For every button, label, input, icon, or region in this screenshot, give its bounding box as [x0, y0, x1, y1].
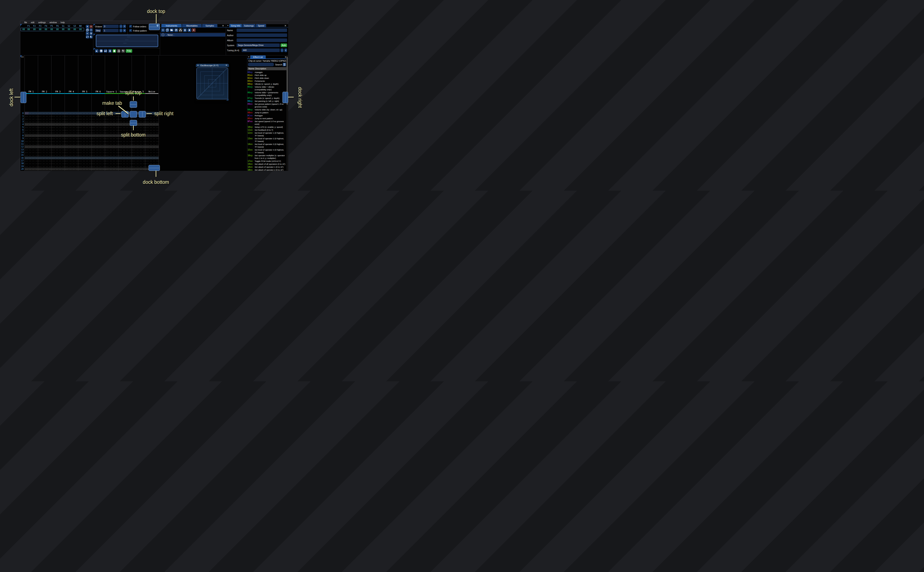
pattern-cell[interactable]: ... .. .. ...: [51, 157, 65, 159]
piano-widget[interactable]: [96, 35, 158, 47]
pattern-cell[interactable]: ... .. .. ...: [25, 159, 39, 162]
pattern-cell[interactable]: ... .. .. ...: [51, 123, 65, 126]
effect-list-row[interactable]: 12xxSet level of operator 1 (0 highest, …: [248, 131, 287, 137]
pattern-cell[interactable]: ... .. .. ...: [65, 134, 79, 137]
pattern-cell[interactable]: ... .. .. ...: [132, 165, 146, 168]
pattern-cell[interactable]: ... .. .. ...: [132, 129, 146, 131]
effect-list-row[interactable]: 0FxxSet speed (speed 2 if no grooves exi…: [248, 120, 287, 126]
pattern-cell[interactable]: ... .. .. ...: [25, 143, 39, 145]
pattern-cell[interactable]: ... .. .. ...: [145, 118, 159, 120]
pattern-cell[interactable]: ... .. .. ...: [145, 131, 159, 134]
pattern-cell[interactable]: ... .. .. ...: [105, 170, 119, 171]
pattern-cell[interactable]: ... .. .. ...: [78, 115, 92, 117]
pattern-cell[interactable]: ... .. .. ...: [25, 115, 39, 117]
pattern-cell[interactable]: ... .. .. ...: [51, 143, 65, 145]
pattern-cell[interactable]: ... .. .. ...: [145, 143, 159, 145]
pattern-cell[interactable]: ... .. .. ...: [92, 129, 106, 131]
pattern-cell[interactable]: ... .. .. ...: [25, 148, 39, 151]
channel-header-fm-6[interactable]: FM 6: [92, 90, 105, 93]
instrument-move-down-button[interactable]: [187, 28, 191, 32]
pattern-cell[interactable]: ... .. .. ...: [25, 120, 39, 123]
pattern-cell[interactable]: ... .. .. ...: [51, 162, 65, 165]
pattern-cell[interactable]: ... .. .. ...: [51, 148, 65, 151]
pattern-cell[interactable]: ... .. .. ...: [78, 162, 92, 165]
tab-subsongs[interactable]: Subsongs: [242, 24, 256, 27]
pattern-cell[interactable]: ... .. .. ...: [145, 134, 159, 137]
pattern-cell[interactable]: ... .. .. ...: [105, 120, 119, 123]
pattern-cell[interactable]: ... .. .. ...: [25, 131, 39, 134]
pattern-cell[interactable]: ... .. .. ...: [105, 157, 119, 159]
tab-samples[interactable]: Samples: [202, 24, 217, 27]
tuning-minus-button[interactable]: -: [280, 48, 284, 52]
instrument-add-button[interactable]: +: [161, 28, 165, 32]
pattern-cell[interactable]: ... .. .. ...: [38, 137, 52, 140]
effect-list-row[interactable]: 0BxxJump to pattern: [248, 111, 287, 114]
transport-repeat-button[interactable]: ↻: [122, 49, 125, 53]
oscilloscope-titlebar[interactable]: ▼ Oscilloscope (X-Y) ✕: [196, 64, 229, 67]
transport-play-row-button[interactable]: ▶: [104, 49, 108, 53]
pattern-cell[interactable]: ... .. .. ...: [105, 145, 119, 148]
effect-list-row[interactable]: 06xyVolume slide + portamento (compatibi…: [248, 91, 287, 96]
pattern-cell[interactable]: ... .. .. ...: [118, 154, 132, 156]
tab-instruments[interactable]: Instruments: [161, 24, 182, 27]
pattern-cell[interactable]: ... .. .. ...: [118, 157, 132, 159]
channel-header-fm-2[interactable]: FM 2: [38, 90, 51, 93]
pattern-cell[interactable]: ... .. .. ...: [105, 118, 119, 120]
pattern-cell[interactable]: ... .. .. ...: [105, 154, 119, 156]
dock-bottom-target[interactable]: [148, 165, 160, 171]
pattern-cell[interactable]: ... .. .. ...: [78, 120, 92, 123]
pattern-cell[interactable]: ... .. .. ...: [65, 162, 79, 165]
effect-list-row[interactable]: 16xySet operator multiplier (x: operator…: [248, 154, 287, 160]
effect-list-row[interactable]: 09xxSet groove pattern (speed 1 if no gr…: [248, 103, 287, 108]
pattern-cell[interactable]: ... .. .. ...: [25, 129, 39, 131]
pattern-cell[interactable]: ... .. .. ...: [118, 170, 132, 171]
song-info-close-icon[interactable]: ✕: [284, 25, 287, 27]
pattern-cell[interactable]: ... .. .. ...: [38, 170, 52, 171]
pattern-cell[interactable]: ... .. .. ...: [105, 126, 119, 129]
pattern-cell[interactable]: ... .. .. ...: [132, 170, 146, 171]
pattern-cell[interactable]: ... .. .. ...: [51, 145, 65, 148]
tuning-field[interactable]: 440: [242, 48, 280, 52]
channel-header-fm-4[interactable]: FM 4: [65, 90, 78, 93]
pattern-cell[interactable]: ... .. .. ...: [145, 140, 159, 143]
pattern-cell[interactable]: ... .. .. ...: [145, 148, 159, 151]
pattern-cell[interactable]: ... .. .. ...: [92, 118, 106, 120]
effect-list-row[interactable]: 0CxxRetrigger: [248, 114, 287, 117]
pattern-cell[interactable]: ... .. .. ...: [78, 126, 92, 129]
orders-cell[interactable]: 00: [26, 28, 31, 31]
split-top-target[interactable]: [130, 101, 137, 108]
pattern-cell[interactable]: ... .. .. ...: [65, 118, 79, 120]
pattern-cell[interactable]: ... .. .. ...: [51, 131, 65, 134]
tab-speed[interactable]: Speed: [256, 24, 266, 27]
orders-move-up-button[interactable]: [90, 28, 93, 32]
pattern-cell[interactable]: ... .. .. ...: [38, 140, 52, 143]
pattern-cell[interactable]: ... .. .. ...: [92, 123, 106, 126]
effect-list-row[interactable]: 07xyTremolo (x: speed; y: depth): [248, 96, 287, 99]
pattern-cell[interactable]: ... .. .. ...: [78, 112, 92, 115]
pattern-cell[interactable]: ... .. .. ...: [65, 154, 79, 156]
instrument-move-up-button[interactable]: [183, 28, 187, 32]
effect-list-row[interactable]: 1AxxSet attack of operator 1 (0 to 1F): [248, 165, 287, 168]
pattern-cell[interactable]: ... .. .. ...: [25, 112, 39, 115]
channel-header-square-1[interactable]: Square 1: [105, 90, 118, 93]
pattern-cell[interactable]: ... .. .. ...: [65, 148, 79, 151]
pattern-cell[interactable]: ... .. .. ...: [65, 129, 79, 131]
make-tab-target[interactable]: [130, 111, 137, 118]
pattern-corner-label[interactable]: ++: [21, 56, 23, 58]
pattern-cell[interactable]: ... .. .. ...: [65, 131, 79, 134]
pattern-cell[interactable]: ... .. .. ...: [78, 118, 92, 120]
orders-edit-mode-button[interactable]: [90, 35, 93, 39]
pattern-cell[interactable]: ... .. .. ...: [92, 162, 106, 165]
pattern-cell[interactable]: ... .. .. ...: [145, 151, 159, 154]
effect-list-row[interactable]: 0AxyVolume slide (0y: down; x0: up): [248, 108, 287, 111]
pattern-cell[interactable]: ... .. .. ...: [118, 145, 132, 148]
pattern-cell[interactable]: ... .. .. ...: [92, 134, 106, 137]
pattern-cell[interactable]: ... .. .. ...: [51, 165, 65, 168]
pattern-cell[interactable]: ... .. .. ...: [38, 123, 52, 126]
resize-grip-icon[interactable]: [226, 98, 229, 101]
pattern-cell[interactable]: ... .. .. ...: [78, 134, 92, 137]
album-field[interactable]: [237, 39, 287, 42]
tab-wavetables[interactable]: Wavetables: [182, 24, 202, 27]
pattern-cell[interactable]: ... .. .. ...: [38, 168, 52, 170]
pattern-cell[interactable]: ... .. .. ...: [92, 154, 106, 156]
